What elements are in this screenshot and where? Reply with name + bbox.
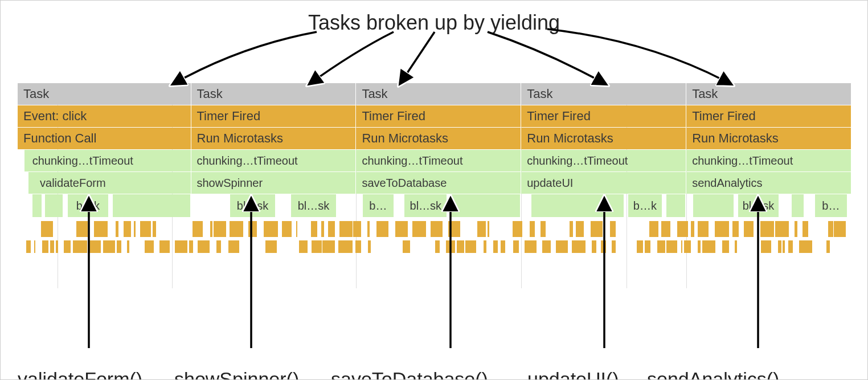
- fn-cell: Run Microtasks: [191, 128, 357, 149]
- fn-cell: Run Microtasks: [686, 128, 851, 149]
- mini-bars: [18, 221, 851, 261]
- fn-cell: Run Microtasks: [356, 128, 521, 149]
- block-cell: b…k: [68, 194, 109, 217]
- flame-graph: Task Task Task Task Task Event: click Ti…: [18, 83, 851, 248]
- leaf-cell: sendAnalytics: [686, 172, 851, 194]
- task-cell: Task: [191, 83, 357, 105]
- bottom-label: validateForm(): [18, 368, 142, 380]
- chunk-cell: chunking…tTimeout: [521, 150, 686, 171]
- block-cell: b…k: [628, 194, 663, 217]
- leaf-cell: updateUI: [521, 172, 686, 194]
- task-cell: Task: [356, 83, 521, 105]
- block-cell: b…: [363, 194, 395, 217]
- event-cell: Timer Fired: [356, 105, 521, 127]
- leaf-cell: saveToDatabase: [356, 172, 521, 194]
- event-cell: Timer Fired: [686, 105, 851, 127]
- task-cell: Task: [686, 83, 851, 105]
- chunk-cell: chunking…tTimeout: [356, 150, 521, 171]
- diagram-title: Tasks broken up by yielding: [1, 11, 867, 35]
- bottom-label: saveToDatabase(): [331, 368, 488, 380]
- task-cell: Task: [521, 83, 686, 105]
- event-cell: Timer Fired: [521, 105, 686, 127]
- bottom-label: showSpinner(): [174, 368, 299, 380]
- chunk-cell: chunking…tTimeout: [24, 150, 191, 171]
- event-cell: Timer Fired: [191, 105, 357, 127]
- task-cell: Task: [18, 83, 191, 105]
- bottom-label: updateUI(): [527, 368, 619, 380]
- bottom-label: sendAnalytics(): [647, 368, 779, 380]
- micro-blocks-row: b…k bl…sk bl…sk b… bl…sk b…k bl…sk b…: [18, 194, 851, 217]
- block-cell: b…: [815, 194, 849, 217]
- block-cell: bl…sk: [738, 194, 780, 217]
- fn-cell: Function Call: [18, 128, 191, 149]
- block-cell: bl…sk: [404, 194, 448, 217]
- leaf-cell: validateForm: [28, 172, 191, 194]
- event-cell: Event: click: [18, 105, 191, 127]
- block-cell: bl…sk: [230, 194, 276, 217]
- fn-cell: Run Microtasks: [521, 128, 686, 149]
- chunk-cell: chunking…tTimeout: [191, 150, 357, 171]
- block-cell: bl…sk: [291, 194, 337, 217]
- leaf-cell: showSpinner: [191, 172, 357, 194]
- chunk-cell: chunking…tTimeout: [686, 150, 851, 171]
